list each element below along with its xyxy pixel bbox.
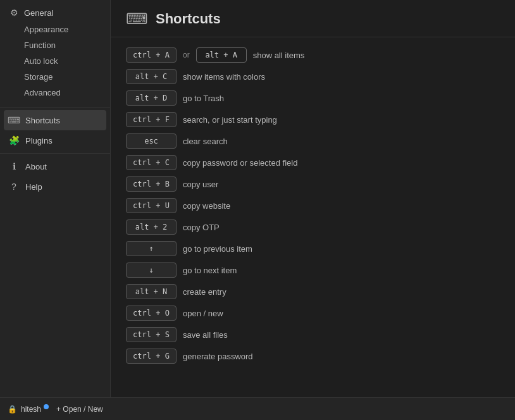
shortcut-desc: clear search: [183, 137, 228, 146]
keyboard-icon: ⌨: [9, 115, 19, 125]
key-badge: alt + 2: [126, 219, 177, 235]
info-icon: ℹ: [9, 161, 19, 171]
shortcut-row: ctrl + G generate password: [126, 349, 500, 364]
general-group[interactable]: ⚙ General: [0, 4, 110, 22]
shortcut-row: ctrl + C copy password or selected field: [126, 155, 500, 170]
shortcut-desc: go to next item: [183, 266, 237, 275]
shortcut-row: alt + C show items with colors: [126, 69, 500, 84]
key-badge: ctrl + B: [126, 176, 177, 192]
key-badge: esc: [126, 133, 177, 149]
sidebar-item-shortcuts[interactable]: ⌨ Shortcuts: [4, 110, 106, 130]
key-badge: ctrl + S: [126, 327, 177, 342]
shortcut-desc: copy password or selected field: [183, 158, 297, 168]
open-new-label: + Open / New: [56, 405, 103, 414]
key-badge: alt + N: [126, 284, 177, 299]
key-badge-alt: alt + A: [196, 47, 247, 63]
puzzle-icon: 🧩: [9, 135, 19, 145]
shortcut-desc: copy user: [183, 180, 218, 189]
key-badge: alt + D: [126, 90, 177, 106]
shortcut-desc: search, or just start typing: [183, 115, 277, 125]
notification-dot: [44, 404, 49, 409]
shortcut-desc: go to previous item: [183, 244, 252, 254]
shortcut-desc: show all items: [253, 51, 305, 60]
shortcut-desc: save all files: [183, 330, 228, 340]
key-badge: ctrl + G: [126, 349, 177, 364]
sidebar: ⚙ General Appearance Function Auto lock …: [0, 0, 111, 397]
sidebar-item-plugins[interactable]: 🧩 Plugins: [0, 130, 110, 151]
shortcut-row: ctrl + A or alt + A show all items: [126, 47, 500, 63]
key-badge: alt + C: [126, 69, 177, 84]
gear-icon: ⚙: [9, 8, 19, 18]
shortcut-row: ctrl + U copy website: [126, 198, 500, 213]
shortcut-row: ↑ go to previous item: [126, 241, 500, 256]
shortcut-row: ctrl + S save all files: [126, 327, 500, 342]
divider-2: [0, 153, 110, 154]
key-badge: ctrl + U: [126, 198, 177, 213]
key-badge: ctrl + F: [126, 112, 177, 127]
shortcut-row: ctrl + F search, or just start typing: [126, 112, 500, 127]
lock-icon: 🔒: [8, 405, 17, 414]
sidebar-item-storage[interactable]: Storage: [0, 69, 110, 85]
shortcut-desc: copy OTP: [183, 223, 220, 232]
general-label: General: [24, 8, 53, 18]
shortcut-desc: show items with colors: [183, 72, 265, 82]
shortcut-row: esc clear search: [126, 133, 500, 149]
sidebar-item-about[interactable]: ℹ About: [0, 156, 110, 176]
shortcuts-list: ctrl + A or alt + A show all items alt +…: [111, 37, 515, 397]
key-badge: ↓: [126, 262, 177, 278]
sidebar-item-function[interactable]: Function: [0, 37, 110, 53]
key-badge: ctrl + O: [126, 306, 177, 321]
page-keyboard-icon: ⌨: [126, 10, 148, 28]
help-icon: ?: [9, 182, 19, 192]
shortcut-row: ctrl + O open / new: [126, 306, 500, 321]
page-title: Shortcuts: [156, 11, 221, 27]
shortcut-desc: go to Trash: [183, 94, 224, 103]
open-new-button[interactable]: + Open / New: [56, 405, 103, 414]
sidebar-item-auto-lock[interactable]: Auto lock: [0, 53, 110, 69]
shortcut-row: alt + D go to Trash: [126, 90, 500, 106]
shortcut-row: alt + N create entry: [126, 284, 500, 299]
shortcut-desc: copy website: [183, 201, 230, 211]
shortcut-row: alt + 2 copy OTP: [126, 219, 500, 235]
user-label: hitesh: [21, 405, 41, 414]
page-header: ⌨ Shortcuts: [111, 0, 515, 37]
key-badge: ↑: [126, 241, 177, 256]
bottom-bar: 🔒 hitesh + Open / New: [0, 397, 515, 420]
sidebar-item-advanced[interactable]: Advanced: [0, 85, 110, 101]
key-badge: ctrl + A: [126, 47, 177, 63]
main-content: ⌨ Shortcuts ctrl + A or alt + A show all…: [111, 0, 515, 397]
key-badge: ctrl + C: [126, 155, 177, 170]
sidebar-item-appearance[interactable]: Appearance: [0, 22, 110, 37]
general-section: ⚙ General Appearance Function Auto lock …: [0, 0, 110, 104]
shortcut-row: ctrl + B copy user: [126, 176, 500, 192]
sidebar-item-help[interactable]: ? Help: [0, 176, 110, 197]
shortcut-desc: open / new: [183, 309, 223, 318]
or-label: or: [183, 51, 190, 59]
shortcut-desc: generate password: [183, 352, 253, 361]
bottom-user: 🔒 hitesh: [8, 405, 49, 414]
shortcut-row: ↓ go to next item: [126, 262, 500, 278]
divider-1: [0, 107, 110, 108]
shortcut-desc: create entry: [183, 287, 226, 297]
